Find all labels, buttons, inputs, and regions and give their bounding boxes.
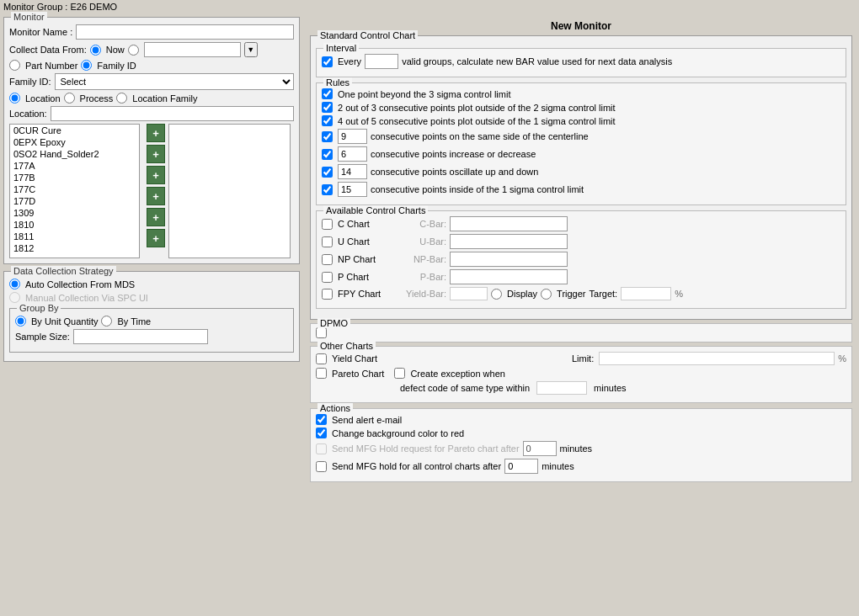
location-list-item[interactable]: 1309 <box>10 207 139 219</box>
send-mfg-hold-pareto-checkbox[interactable] <box>316 443 327 454</box>
yield-chart-checkbox[interactable] <box>316 353 327 364</box>
by-unit-quantity-radio[interactable] <box>15 316 26 327</box>
send-mfg-hold-pareto-input[interactable] <box>523 441 557 456</box>
location-list-item[interactable]: 1812 <box>10 242 139 254</box>
fpy-chart-checkbox[interactable] <box>322 289 333 300</box>
send-mfg-hold-pareto-minutes: minutes <box>560 443 593 454</box>
np-chart-bar-input[interactable] <box>450 252 568 267</box>
rule-7-checkbox[interactable] <box>322 184 333 195</box>
manual-collection-radio[interactable] <box>9 292 20 303</box>
send-alert-email-checkbox[interactable] <box>316 414 327 425</box>
defect-code-input[interactable] <box>536 381 587 395</box>
location-field-row: Location: <box>9 106 294 121</box>
location-list-item[interactable]: 177C <box>10 183 139 195</box>
rules-box: Rules One point beyond the 3 sigma contr… <box>316 82 846 205</box>
location-list-item[interactable]: 177D <box>10 195 139 207</box>
monitor-group-box-title: Monitor <box>11 12 47 22</box>
send-mfg-hold-all-input[interactable] <box>504 459 538 474</box>
fpy-target-label: Target: <box>590 289 618 299</box>
fpy-yield-bar-input[interactable] <box>450 287 488 300</box>
create-exception-label: Create exception when <box>410 369 505 379</box>
transfer-btn-5[interactable]: + <box>147 208 165 226</box>
manual-collection-row: Manual Collection Via SPC UI <box>9 292 294 303</box>
p-chart-checkbox[interactable] <box>322 272 333 283</box>
rule-4-checkbox[interactable] <box>322 131 333 142</box>
u-chart-checkbox[interactable] <box>322 236 333 247</box>
monitor-name-input[interactable] <box>76 24 294 40</box>
p-chart-label: P Chart <box>338 272 397 282</box>
collect-data-row: Collect Data From: Now 2019-10-24 11:20:… <box>9 42 294 57</box>
location-search-input[interactable] <box>51 106 294 121</box>
collect-datetime-radio[interactable] <box>128 45 139 56</box>
family-id-select[interactable]: Select <box>55 73 295 90</box>
transfer-btn-1[interactable]: + <box>147 124 165 142</box>
pareto-option-checkbox[interactable] <box>394 368 405 379</box>
location-family-radio[interactable] <box>116 93 127 104</box>
c-chart-bar-input[interactable] <box>450 216 568 231</box>
interval-title: Interval <box>323 43 359 53</box>
auto-collection-radio[interactable] <box>9 279 20 289</box>
u-chart-label: U Chart <box>338 236 397 247</box>
action-row-4: Send MFG hold for all control charts aft… <box>316 459 846 474</box>
c-chart-checkbox[interactable] <box>322 219 333 230</box>
rule-5-input[interactable] <box>338 146 367 162</box>
by-time-radio[interactable] <box>101 316 112 327</box>
fpy-trigger-radio[interactable] <box>541 289 552 300</box>
sample-size-input[interactable]: 0 <box>73 329 208 344</box>
location-list-item[interactable]: 1810 <box>10 219 139 231</box>
transfer-btn-6[interactable]: + <box>147 229 165 247</box>
part-number-family-row: Part Number Family ID <box>9 60 294 71</box>
rule-3-checkbox[interactable] <box>322 115 333 126</box>
dpmo-title: DPMO <box>317 318 350 328</box>
datetime-input[interactable]: 2019-10-24 11:20:42 <box>144 42 241 57</box>
rule-7-input[interactable] <box>338 182 367 197</box>
location-list-item[interactable]: 177B <box>10 172 139 183</box>
pareto-chart-label: Pareto Chart <box>332 369 384 379</box>
transfer-btn-4[interactable]: + <box>147 187 165 205</box>
dpmo-checkbox[interactable] <box>316 327 327 338</box>
p-chart-bar-input[interactable] <box>450 269 568 284</box>
yield-chart-label: Yield Chart <box>332 353 377 364</box>
fpy-display-radio[interactable] <box>491 289 502 300</box>
pareto-defect-row: defect code of same type within minutes <box>316 381 846 395</box>
selected-location-list[interactable] <box>168 124 291 258</box>
rule-1-checkbox[interactable] <box>322 88 333 99</box>
interval-row: Every 30 valid groups, calculate new BAR… <box>322 54 840 69</box>
left-panel: Monitor Monitor Name : Collect Data From… <box>0 13 303 614</box>
send-mfg-hold-all-checkbox[interactable] <box>316 461 327 472</box>
rule-6-input[interactable] <box>338 164 367 179</box>
transfer-btn-2[interactable]: + <box>147 145 165 163</box>
change-bg-color-checkbox[interactable] <box>316 427 327 438</box>
rule-6-checkbox[interactable] <box>322 167 333 178</box>
fpy-target-input[interactable] <box>621 287 671 300</box>
location-list-item[interactable]: 0EPX Epoxy <box>10 136 139 148</box>
collect-now-radio[interactable] <box>90 45 101 56</box>
process-radio[interactable] <box>64 93 75 104</box>
pareto-chart-checkbox[interactable] <box>316 368 327 379</box>
datetime-picker-button[interactable]: ▼ <box>244 42 258 57</box>
rule-5-checkbox[interactable] <box>322 149 333 160</box>
yield-limit-input[interactable] <box>599 352 835 365</box>
part-number-radio[interactable] <box>9 60 20 71</box>
rule-6-text: consecutive points oscillate up and down <box>371 167 538 177</box>
location-list-item[interactable]: 1811 <box>10 231 139 242</box>
list-transfer-area: 0CUR Cure0EPX Epoxy0SO2 Hand_Solder2177A… <box>9 124 294 258</box>
location-list-item[interactable]: 177A <box>10 160 139 172</box>
location-list[interactable]: 0CUR Cure0EPX Epoxy0SO2 Hand_Solder2177A… <box>9 124 140 258</box>
family-id-radio[interactable] <box>81 60 92 71</box>
np-chart-checkbox[interactable] <box>322 254 333 265</box>
interval-box: Interval Every 30 valid groups, calculat… <box>316 48 846 77</box>
transfer-btn-3[interactable]: + <box>147 166 165 184</box>
change-bg-color-label: Change background color to red <box>332 428 464 438</box>
location-list-item[interactable]: 0CUR Cure <box>10 125 139 136</box>
location-radio[interactable] <box>9 93 20 104</box>
rule-row-3: 4 out of 5 consecutive points plot outsi… <box>322 115 840 126</box>
rule-4-input[interactable] <box>338 129 367 144</box>
yield-percent-icon: % <box>838 353 846 364</box>
interval-every-checkbox[interactable] <box>322 56 333 67</box>
every-value-input[interactable]: 30 <box>365 54 398 69</box>
location-list-item[interactable]: 0SO2 Hand_Solder2 <box>10 148 139 160</box>
every-description: valid groups, calculate new BAR value us… <box>402 56 672 66</box>
u-chart-bar-input[interactable] <box>450 234 568 249</box>
rule-2-checkbox[interactable] <box>322 102 333 113</box>
